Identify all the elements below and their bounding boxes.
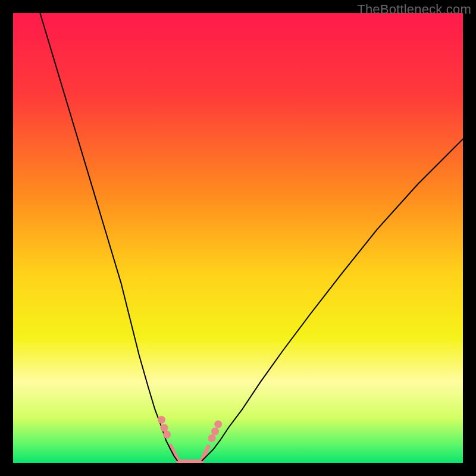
svg-point-3 — [208, 434, 216, 442]
chart-background — [13, 13, 463, 463]
svg-point-0 — [158, 416, 165, 424]
svg-point-4 — [211, 428, 219, 436]
watermark-text: TheBottleneck.com — [357, 2, 471, 17]
chart-frame — [13, 13, 463, 463]
svg-point-5 — [214, 420, 222, 428]
bottleneck-chart — [13, 13, 463, 463]
svg-point-1 — [161, 424, 168, 432]
svg-point-2 — [163, 431, 171, 439]
